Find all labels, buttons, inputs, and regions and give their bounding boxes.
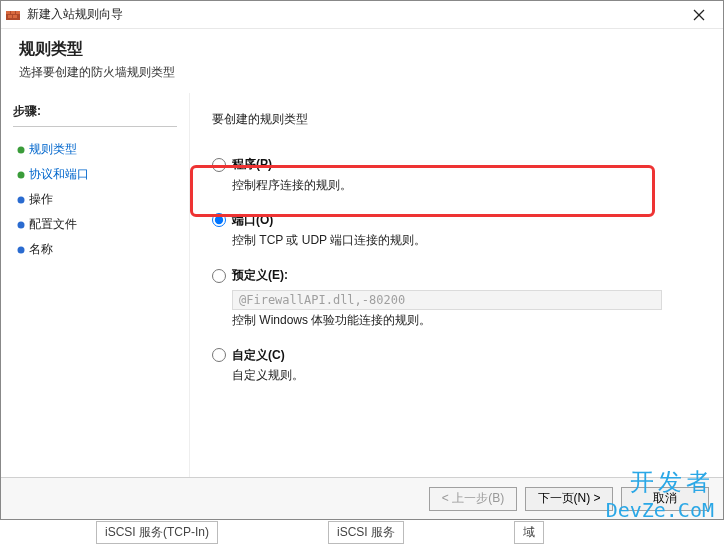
step-bullet-icon	[13, 145, 29, 155]
svg-point-11	[18, 221, 25, 228]
titlebar: 新建入站规则向导	[1, 1, 723, 29]
bg-cell-1: iSCSI 服务(TCP-In)	[96, 521, 218, 544]
option-custom-desc: 自定义规则。	[232, 367, 701, 384]
step-1[interactable]: 协议和端口	[13, 162, 177, 187]
steps-title: 步骤:	[13, 103, 177, 120]
option-predefined-desc: 控制 Windows 体验功能连接的规则。	[232, 312, 701, 329]
svg-point-12	[18, 246, 25, 253]
option-program[interactable]: 程序(P) 控制程序连接的规则。	[212, 156, 701, 194]
svg-rect-1	[6, 11, 10, 14]
cancel-button[interactable]: 取消	[621, 487, 709, 511]
steps-sidebar: 步骤: 规则类型协议和端口操作配置文件名称	[1, 93, 189, 499]
option-predefined[interactable]: 预定义(E): @FirewallAPI.dll,-80200 控制 Windo…	[212, 267, 701, 329]
option-custom-label: 自定义(C)	[232, 347, 285, 364]
wizard-window: 新建入站规则向导 规则类型 选择要创建的防火墙规则类型 步骤: 规则类型协议和端…	[0, 0, 724, 520]
step-bullet-icon	[13, 195, 29, 205]
wizard-header: 规则类型 选择要创建的防火墙规则类型	[1, 29, 723, 93]
option-port-desc: 控制 TCP 或 UDP 端口连接的规则。	[232, 232, 701, 249]
option-predefined-label: 预定义(E):	[232, 267, 288, 284]
option-port-label: 端口(O)	[232, 212, 273, 229]
svg-rect-3	[16, 11, 20, 14]
predefined-select: @FirewallAPI.dll,-80200	[232, 290, 662, 310]
radio-custom[interactable]	[212, 348, 226, 362]
bg-cell-3: 域	[514, 521, 544, 544]
step-bullet-icon	[13, 170, 29, 180]
option-program-label: 程序(P)	[232, 156, 272, 173]
rule-type-prompt: 要创建的规则类型	[212, 111, 701, 128]
step-label: 名称	[29, 241, 53, 258]
step-4: 名称	[13, 237, 177, 262]
svg-rect-4	[8, 15, 12, 18]
step-bullet-icon	[13, 245, 29, 255]
step-0[interactable]: 规则类型	[13, 137, 177, 162]
background-table-row: iSCSI 服务(TCP-In) iSCSI 服务 域	[96, 521, 544, 544]
svg-point-8	[18, 146, 25, 153]
bg-cell-2: iSCSI 服务	[328, 521, 404, 544]
header-subtitle: 选择要创建的防火墙规则类型	[19, 64, 705, 81]
wizard-body: 步骤: 规则类型协议和端口操作配置文件名称 要创建的规则类型 程序(P) 控制程…	[1, 93, 723, 499]
step-3: 配置文件	[13, 212, 177, 237]
step-bullet-icon	[13, 220, 29, 230]
radio-program[interactable]	[212, 158, 226, 172]
svg-point-9	[18, 171, 25, 178]
radio-port[interactable]	[212, 213, 226, 227]
option-port[interactable]: 端口(O) 控制 TCP 或 UDP 端口连接的规则。	[212, 212, 701, 250]
next-button[interactable]: 下一页(N) >	[525, 487, 613, 511]
step-label[interactable]: 规则类型	[29, 141, 77, 158]
firewall-icon	[5, 7, 21, 23]
window-title: 新建入站规则向导	[27, 6, 679, 23]
rule-type-options: 程序(P) 控制程序连接的规则。 端口(O) 控制 TCP 或 UDP 端口连接…	[212, 156, 701, 384]
step-label: 配置文件	[29, 216, 77, 233]
step-label[interactable]: 协议和端口	[29, 166, 89, 183]
svg-point-10	[18, 196, 25, 203]
steps-separator	[13, 126, 177, 127]
radio-predefined[interactable]	[212, 269, 226, 283]
close-icon	[693, 9, 705, 21]
svg-rect-5	[13, 15, 17, 18]
back-button: < 上一步(B)	[429, 487, 517, 511]
header-title: 规则类型	[19, 39, 705, 60]
main-panel: 要创建的规则类型 程序(P) 控制程序连接的规则。 端口(O) 控制 TCP 或…	[189, 93, 723, 499]
option-custom[interactable]: 自定义(C) 自定义规则。	[212, 347, 701, 385]
wizard-footer: < 上一步(B) 下一页(N) > 取消	[1, 477, 723, 519]
step-2: 操作	[13, 187, 177, 212]
close-button[interactable]	[679, 1, 719, 28]
step-label: 操作	[29, 191, 53, 208]
option-program-desc: 控制程序连接的规则。	[232, 177, 701, 194]
svg-rect-2	[11, 11, 15, 14]
